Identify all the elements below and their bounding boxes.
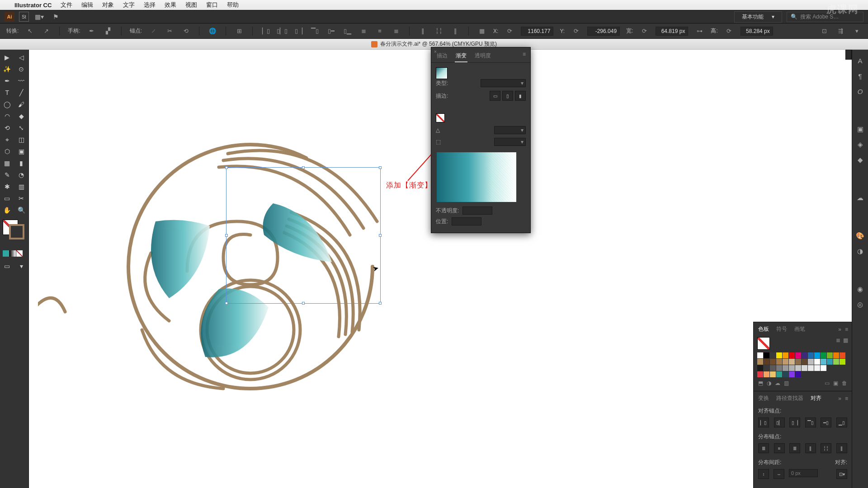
swatch-cell[interactable] (776, 359, 782, 365)
paintbrush-tool-icon[interactable]: 🖌 (14, 99, 29, 110)
align-vcenter-btn[interactable]: ━▯ (821, 418, 831, 427)
swatch-cell[interactable] (802, 365, 807, 371)
grid-view-icon[interactable]: ▦ (843, 337, 848, 343)
swatch-cell[interactable] (827, 359, 833, 365)
dist-top-btn[interactable]: ≣ (758, 443, 769, 453)
swatch-cell[interactable] (802, 359, 807, 365)
color-guide-panel-icon[interactable]: ◑ (855, 246, 866, 257)
pin-icon[interactable]: ⇶ (835, 26, 845, 36)
swatch-cell[interactable] (833, 359, 839, 365)
shape-builder-tool-icon[interactable]: ⬡ (0, 145, 14, 157)
distribute-v2-icon[interactable]: ╎╎ (434, 26, 444, 36)
menu-type[interactable]: 文字 (123, 1, 135, 9)
current-fill-swatch[interactable] (757, 337, 770, 350)
swatch-cell[interactable] (783, 352, 788, 358)
swatch-cell[interactable] (776, 352, 782, 358)
align-hcenter-icon[interactable]: ▯▏▯ (277, 26, 287, 36)
isolate-icon[interactable]: ⊡ (819, 26, 829, 36)
menu-file[interactable]: 文件 (61, 1, 72, 9)
align-hcenter-btn[interactable]: ▯▏ (774, 418, 785, 427)
menu-edit[interactable]: 编辑 (81, 1, 93, 9)
menu-window[interactable]: 窗口 (206, 1, 218, 9)
width-tool-icon[interactable]: ⌖ (0, 134, 14, 145)
swatch-cell[interactable] (789, 359, 795, 365)
swatch-menu-icon[interactable]: ≡ (845, 326, 848, 333)
graphic-styles-panel-icon[interactable]: ◎ (855, 299, 866, 310)
selection-bounding-box[interactable] (226, 167, 381, 304)
free-transform-tool-icon[interactable]: ◫ (14, 134, 29, 145)
mini-swatch[interactable] (9, 250, 16, 257)
tab-brushes[interactable]: 画笔 (793, 324, 806, 334)
align-to-selection-btn[interactable]: ⊡▾ (836, 469, 847, 479)
artboard-tool-icon[interactable]: ▭ (0, 192, 14, 204)
gradient-panel[interactable]: × ≡ 描边 渐变 透明度 类型: ▾ 描边: ▭ ▯ ▮ △ ▾ ⬚ ▾ (431, 47, 531, 233)
layers-panel-icon[interactable]: ◈ (855, 139, 866, 150)
hand-tool-icon[interactable]: ✋ (0, 204, 14, 216)
position-input[interactable] (452, 217, 481, 225)
menu-select[interactable]: 选择 (144, 1, 156, 9)
swatch-cell[interactable] (770, 365, 776, 371)
connect-path-icon[interactable]: ⟲ (181, 26, 191, 36)
swatch-cell[interactable] (795, 359, 801, 365)
swatch-cell[interactable] (789, 365, 795, 371)
stock-icon[interactable]: St (19, 12, 29, 22)
swatch-cell[interactable] (764, 371, 769, 377)
line-tool-icon[interactable]: ╱ (14, 87, 29, 99)
link-xy2-icon[interactable]: ⟳ (571, 26, 581, 36)
swatch-cell[interactable] (757, 371, 763, 377)
swatch-cell[interactable] (795, 352, 801, 358)
perspective-tool-icon[interactable]: ▣ (14, 145, 29, 157)
menu-object[interactable]: 对象 (102, 1, 114, 9)
blend-tool-icon[interactable]: ◔ (14, 169, 29, 181)
stroke-grad-2-icon[interactable]: ▯ (502, 91, 513, 101)
panel-close-icon[interactable]: × (434, 49, 437, 54)
handle-2-icon[interactable]: ▞ (103, 26, 113, 36)
mini-swatch-none[interactable] (16, 250, 23, 257)
swatch-cell[interactable] (827, 352, 833, 358)
ai-logo-icon[interactable]: Ai (5, 12, 14, 22)
link-xy-icon[interactable]: ⟳ (505, 26, 514, 36)
swatch-cell[interactable] (764, 365, 769, 371)
direct-selection-tool-icon[interactable]: ◁ (14, 52, 29, 63)
magic-wand-tool-icon[interactable]: ✨ (0, 63, 14, 75)
gradient-preview[interactable] (437, 152, 516, 202)
swatch-cell[interactable] (783, 359, 788, 365)
mesh-tool-icon[interactable]: ▦ (0, 157, 14, 169)
swatch-cell[interactable] (808, 365, 814, 371)
link-wh2-icon[interactable]: ⟳ (724, 26, 734, 36)
swatch-colorgroup-icon[interactable]: ▥ (784, 380, 789, 386)
shaper-tool-icon[interactable]: ◠ (0, 110, 14, 122)
distribute-v-icon[interactable]: ‖ (418, 26, 428, 36)
asset-export-panel-icon[interactable]: ◆ (855, 155, 866, 165)
change-screen-icon[interactable]: ▾ (14, 260, 29, 272)
gradient-fill-none[interactable] (436, 113, 445, 122)
gradient-angle-input[interactable]: ▾ (494, 126, 526, 134)
tab-gradient[interactable]: 渐变 (455, 50, 467, 62)
stroke-indicator[interactable] (9, 224, 24, 239)
swatch-cell[interactable] (776, 365, 782, 371)
dist-bottom-btn[interactable]: ≣ (789, 443, 800, 453)
properties-panel-icon[interactable]: A (855, 55, 866, 66)
swatch-expand-icon[interactable]: » (838, 326, 841, 333)
link-wh-icon[interactable]: ⟳ (639, 26, 649, 36)
dist-hcenter-btn[interactable]: ╎╎ (821, 443, 831, 453)
arrange-documents-icon[interactable]: ▦▾ (33, 12, 45, 22)
rotate-tool-icon[interactable]: ⟲ (0, 122, 14, 134)
swatch-cell[interactable] (770, 352, 776, 358)
swatch-cell[interactable] (821, 359, 826, 365)
fill-stroke-indicator[interactable] (0, 216, 28, 239)
swatch-options-icon[interactable]: ☁ (775, 380, 780, 386)
swatch-cell[interactable] (821, 365, 826, 371)
swatch-cell[interactable] (814, 365, 820, 371)
dist-spacing-v-btn[interactable]: ↕ (758, 469, 769, 479)
swatch-cell[interactable] (757, 359, 763, 365)
y-value[interactable]: -296.049 (587, 27, 620, 36)
slice-tool-icon[interactable]: ✂ (14, 192, 29, 204)
swatch-cell[interactable] (783, 371, 788, 377)
remove-anchor-icon[interactable]: ⟋ (148, 26, 158, 36)
swatch-cell[interactable] (821, 352, 826, 358)
swatch-cell[interactable] (840, 359, 845, 365)
list-view-icon[interactable]: ≣ (836, 337, 840, 343)
w-value[interactable]: 64.819 px (656, 27, 688, 36)
tab-transform[interactable]: 变换 (757, 393, 770, 404)
